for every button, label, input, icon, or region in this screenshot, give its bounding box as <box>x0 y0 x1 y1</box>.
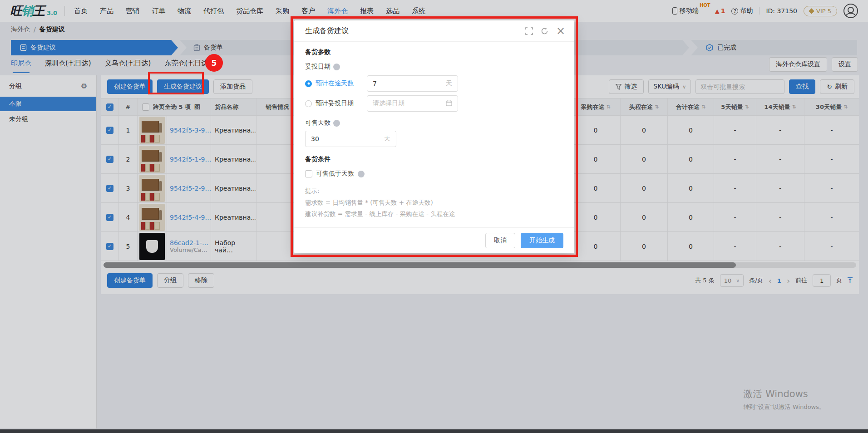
sellable-days-label: 可售天数 <box>305 119 330 127</box>
delivery-date-label: 妥投日期 <box>305 63 330 71</box>
app-screen: 旺 销 王 3.0 首页 产品 营销 订单 物流 代打包 货品仓库 采购 客户 … <box>0 0 868 433</box>
start-generate-button[interactable]: 开始生成 <box>521 233 563 248</box>
tips-formula-replenish: 建议补货数 = 需求量 - 线上库存 - 采购在途 - 头程在途 <box>305 208 563 220</box>
transit-days-value: 7 <box>373 80 377 87</box>
fullscreen-icon[interactable] <box>525 27 533 35</box>
question-icon[interactable] <box>358 171 365 177</box>
sellable-days-value: 30 <box>311 135 319 143</box>
radio-icon <box>305 100 312 107</box>
watermark-line2: 转到“设置”以激活 Windows。 <box>743 403 825 411</box>
date-placeholder: 请选择日期 <box>373 99 404 108</box>
question-icon[interactable] <box>333 120 340 127</box>
modal-footer: 取消 开始生成 <box>294 227 574 253</box>
radio-estimated-delivery-date[interactable]: 预计妥投日期 <box>305 99 367 108</box>
generate-suggestion-modal: 生成备货建议 × 备货参数 妥投日期 预计在途天数 7 天 <box>294 20 574 253</box>
modal-header: 生成备货建议 × <box>294 20 574 42</box>
delivery-date-input[interactable]: 请选择日期 <box>367 95 458 112</box>
modal-title: 生成备货建议 <box>305 26 349 36</box>
question-icon[interactable] <box>333 64 340 70</box>
cancel-button[interactable]: 取消 <box>485 233 515 248</box>
day-suffix: 天 <box>384 135 390 143</box>
radio-label: 预计妥投日期 <box>316 99 354 108</box>
sellable-days-input[interactable]: 30 天 <box>305 131 396 147</box>
watermark-line1: 激活 Windows <box>743 388 825 400</box>
section-stocking-params: 备货参数 <box>305 48 563 56</box>
checkbox-icon[interactable] <box>305 170 312 177</box>
tips-formula-demand: 需求数 = 日均销售量 * (可售天数 + 在途天数) <box>305 197 563 209</box>
radio-estimated-transit-days[interactable]: 预计在途天数 <box>305 79 367 88</box>
close-icon[interactable]: × <box>556 25 565 36</box>
transit-days-input[interactable]: 7 天 <box>367 75 458 92</box>
radio-icon <box>305 80 312 87</box>
checkbox-label: 可售低于天数 <box>316 170 354 178</box>
annotation-step-badge: 5 <box>205 54 223 72</box>
tips-title: 提示: <box>305 185 563 197</box>
refresh-icon[interactable] <box>540 27 549 35</box>
tips-block: 提示: 需求数 = 日均销售量 * (可售天数 + 在途天数) 建议补货数 = … <box>305 185 563 220</box>
section-stocking-condition: 备货条件 <box>305 155 563 163</box>
modal-body: 备货参数 妥投日期 预计在途天数 7 天 预计妥投日期 <box>294 42 574 227</box>
day-suffix: 天 <box>446 79 452 88</box>
calendar-icon <box>446 100 452 106</box>
radio-label: 预计在途天数 <box>316 79 354 88</box>
sellable-below-days-option[interactable]: 可售低于天数 <box>305 170 563 178</box>
windows-watermark: 激活 Windows 转到“设置”以激活 Windows。 <box>743 388 825 411</box>
